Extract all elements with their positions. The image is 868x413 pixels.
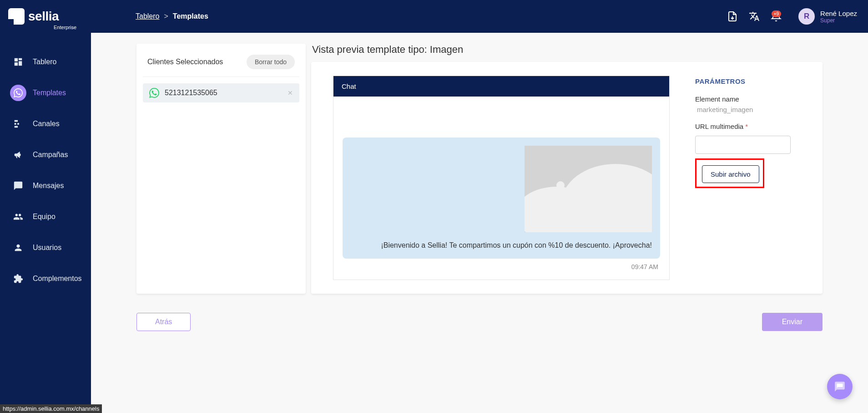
preview-title: Vista previa template tipo: Imagen [311, 44, 823, 56]
chat-bubbles-icon [834, 381, 846, 393]
logo-subtitle: Enterprise [54, 25, 76, 30]
plugin-icon [10, 270, 26, 287]
parameters-title: PARÁMETROS [695, 77, 791, 85]
svg-rect-4 [15, 126, 18, 128]
upload-file-button[interactable]: Subir archivo [702, 165, 759, 183]
clients-title: Clientes Seleccionados [147, 58, 223, 66]
brand-logo[interactable]: sellia Enterprise [8, 8, 136, 25]
sidebar-item-mensajes[interactable]: Mensajes [0, 173, 91, 199]
preview-panel: Vista previa template tipo: Imagen Chat … [311, 44, 823, 294]
team-icon [10, 209, 26, 225]
breadcrumb: Tablero > Templates [136, 12, 208, 20]
sidebar-item-templates[interactable]: Templates [0, 80, 91, 106]
breadcrumb-current: Templates [173, 12, 208, 20]
user-name: René Lopez [820, 10, 857, 17]
channels-icon [10, 116, 26, 132]
main-content: Clientes Seleccionados Borrar todo 52131… [91, 33, 868, 413]
sidebar-item-canales[interactable]: Canales [0, 111, 91, 137]
message-bubble: ¡Bienvenido a Sellia! Te compartimos un … [343, 138, 660, 259]
download-icon[interactable] [727, 11, 738, 22]
sidebar-item-usuarios[interactable]: Usuarios [0, 235, 91, 260]
sidebar: Tablero Templates Canales Campañas Mensa… [0, 33, 91, 413]
svg-rect-2 [15, 123, 16, 125]
avatar: R [798, 8, 815, 25]
message-time: 09:47 AM [343, 263, 660, 270]
back-button[interactable]: Atrás [136, 313, 191, 331]
svg-rect-3 [17, 123, 19, 125]
user-role: Super [820, 17, 857, 24]
chat-header: Chat [333, 76, 669, 97]
sidebar-item-campanas[interactable]: Campañas [0, 142, 91, 168]
clear-all-button[interactable]: Borrar todo [247, 55, 295, 69]
sidebar-item-complementos[interactable]: Complementos [0, 266, 91, 291]
sidebar-item-label: Usuarios [33, 244, 61, 252]
user-info: René Lopez Super [820, 10, 857, 24]
translate-icon[interactable] [749, 11, 760, 22]
element-name-label: Element name [695, 95, 791, 103]
footer-actions: Atrás Enviar [136, 313, 823, 331]
breadcrumb-separator: > [164, 12, 168, 20]
remove-client-icon[interactable]: ✕ [288, 89, 293, 97]
sidebar-item-label: Mensajes [33, 182, 64, 190]
url-multimedia-input[interactable] [695, 136, 791, 154]
sidebar-item-label: Canales [33, 120, 60, 128]
url-multimedia-label: URL multimedia* [695, 122, 791, 130]
top-header: sellia Enterprise Tablero > Templates +9… [0, 0, 868, 33]
send-button[interactable]: Enviar [762, 313, 823, 331]
logo-icon [8, 8, 25, 25]
sidebar-item-label: Equipo [33, 213, 56, 221]
dashboard-icon [10, 54, 26, 70]
clients-panel: Clientes Seleccionados Borrar todo 52131… [136, 44, 306, 294]
message-icon [10, 178, 26, 194]
highlight-annotation: Subir archivo [695, 158, 764, 188]
sidebar-item-equipo[interactable]: Equipo [0, 204, 91, 229]
header-actions: +9 R René Lopez Super [727, 8, 857, 25]
parameters-panel: PARÁMETROS Element name marketing_imagen… [695, 76, 791, 280]
breadcrumb-root[interactable]: Tablero [136, 12, 159, 20]
whatsapp-icon [10, 85, 26, 101]
notifications[interactable]: +9 [771, 11, 787, 22]
sidebar-item-label: Templates [33, 89, 66, 97]
sidebar-item-label: Tablero [33, 58, 56, 66]
whatsapp-icon [149, 88, 159, 98]
user-icon [10, 240, 26, 256]
element-name-value: marketing_imagen [695, 106, 791, 113]
user-menu[interactable]: R René Lopez Super [798, 8, 857, 25]
client-item[interactable]: 5213121535065 ✕ [143, 83, 299, 102]
sidebar-item-tablero[interactable]: Tablero [0, 49, 91, 75]
status-bar-url: https://admin.sellia.com.mx/channels [0, 404, 102, 413]
svg-rect-1 [15, 120, 18, 122]
notification-count: +9 [772, 10, 781, 17]
message-text: ¡Bienvenido a Sellia! Te compartimos un … [351, 240, 652, 250]
chat-fab[interactable] [827, 374, 853, 399]
megaphone-icon [10, 147, 26, 163]
image-placeholder-icon [525, 146, 652, 232]
logo-text: sellia [28, 9, 59, 24]
client-number: 5213121535065 [165, 89, 282, 97]
sidebar-item-label: Complementos [33, 275, 82, 283]
chat-preview: Chat ¡Bienvenido a Sellia! Te compartimo… [333, 76, 670, 280]
sidebar-item-label: Campañas [33, 151, 68, 159]
